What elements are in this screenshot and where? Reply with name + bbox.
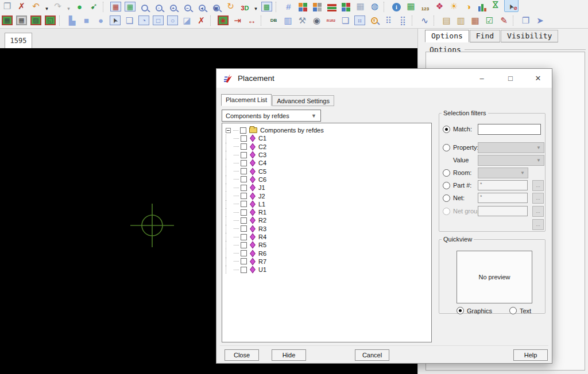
tree-item-c6[interactable]: C6 <box>226 176 431 184</box>
copy-shape-icon[interactable]: ❏ <box>122 14 137 28</box>
tree-item-j1[interactable]: J1 <box>226 184 431 192</box>
zoom-fit-icon[interactable]: ▫ <box>152 0 166 12</box>
tree-item-r2[interactable]: R2 <box>226 216 431 224</box>
web-table-icon[interactable]: ◍ <box>368 0 382 12</box>
color-priority-icon[interactable] <box>310 0 324 12</box>
dialog-titlebar[interactable]: Placement – □ ✕ <box>216 69 552 88</box>
shadow-icon[interactable]: ◑ <box>461 0 475 12</box>
radio-net-group[interactable] <box>443 208 450 215</box>
notes-icon[interactable]: ❏ <box>338 14 353 28</box>
arc-edit-icon[interactable]: ◔ <box>137 14 151 28</box>
delete-vertex-icon[interactable]: ✗ <box>194 14 208 28</box>
tree-item-r6[interactable]: R6 <box>226 249 431 257</box>
spreadsheet-icon[interactable]: ▦ <box>353 0 368 12</box>
tools-icon[interactable]: ⚒ <box>295 14 310 28</box>
dialog-tab-placement-list[interactable]: Placement List <box>221 94 272 106</box>
cancel-button[interactable]: Cancel <box>355 349 389 361</box>
grid-icon[interactable]: # <box>281 0 296 12</box>
shape-hatch-icon[interactable]: ▨ <box>29 14 43 28</box>
board-symbol-icon[interactable]: ▩ <box>260 0 274 12</box>
layer-stack-icon[interactable] <box>324 0 339 12</box>
zoom-in-icon[interactable]: + <box>166 0 180 12</box>
find-probe-icon[interactable]: ᴛ <box>367 14 381 28</box>
tree-item-c4[interactable]: C4 <box>226 159 431 167</box>
brightness-icon[interactable]: ☀ <box>447 0 461 12</box>
checkbox-c1[interactable] <box>241 135 247 142</box>
measure-icon[interactable]: 123 <box>418 0 432 12</box>
spacing-icon[interactable]: ⇥ <box>230 14 245 28</box>
radio-part-number[interactable] <box>443 182 450 189</box>
more-button-net[interactable]: ... <box>532 193 544 204</box>
checkbox-c3[interactable] <box>241 152 247 158</box>
open-book-icon[interactable]: ▥ <box>454 14 468 28</box>
element-query-icon[interactable]: ▦ <box>404 0 418 12</box>
component-tree[interactable]: Components by refdesC1C2C3C4C5C6J1J2L1R1… <box>222 123 432 342</box>
report-icon[interactable]: ▤ <box>439 14 454 28</box>
matrix-icon[interactable]: ⣿ <box>396 14 410 28</box>
room-dropdown[interactable]: ▼ <box>478 167 528 178</box>
design-red-icon[interactable]: ▦ <box>109 0 123 12</box>
maximize-button[interactable]: □ <box>501 69 520 88</box>
tree-item-c3[interactable]: C3 <box>226 151 431 159</box>
more-button-net-group[interactable]: ... <box>532 206 544 217</box>
design-green-icon[interactable]: ▦ <box>123 0 137 12</box>
preview-mode-text[interactable]: Text <box>509 307 531 314</box>
cross-section-icon[interactable] <box>339 0 353 12</box>
waveform-icon[interactable]: ∿ <box>417 14 432 28</box>
shade-shape-icon[interactable]: ◪ <box>180 14 194 28</box>
radio-net[interactable] <box>443 194 450 202</box>
property-dropdown[interactable]: ▼ <box>478 142 544 153</box>
marked-book-icon[interactable]: ▦ <box>468 14 482 28</box>
panel-tab-options[interactable]: Options <box>425 30 469 42</box>
pattern-board-icon[interactable]: ⠶ <box>353 14 367 28</box>
shape-disabled-icon[interactable]: ▦ <box>14 14 29 28</box>
close-window-button[interactable]: ✕ <box>529 69 547 88</box>
redo-icon[interactable]: ↷ <box>51 0 65 12</box>
radio-match[interactable] <box>443 126 450 133</box>
tree-item-j2[interactable]: J2 <box>226 192 431 200</box>
glue-icon[interactable]: ● <box>72 0 87 12</box>
checkbox-r2[interactable] <box>241 217 247 224</box>
markup-pen-icon[interactable]: ✎ <box>497 14 511 28</box>
tree-item-c5[interactable]: C5 <box>226 167 431 175</box>
checkbox-c5[interactable] <box>241 168 247 174</box>
rect-fill-tool-icon[interactable]: ■ <box>79 14 94 28</box>
preview-mode-graphics[interactable]: Graphics <box>457 307 492 314</box>
next-step-icon[interactable]: ➤ <box>533 14 547 28</box>
chart-icon[interactable] <box>475 0 490 12</box>
more-button-extra-more[interactable]: ... <box>532 219 544 230</box>
radio-room[interactable] <box>443 169 450 177</box>
undo-icon[interactable]: ↶ <box>29 0 43 12</box>
value-dropdown[interactable]: ▼ <box>478 155 544 166</box>
select-mode-icon[interactable]: ➤⊘ <box>504 0 519 12</box>
pin-icon[interactable]: ➹ <box>87 0 101 12</box>
checkbox-r6[interactable] <box>241 250 247 256</box>
module-icon[interactable]: ◉ <box>216 14 230 28</box>
checkbox-c4[interactable] <box>241 160 247 166</box>
delete-icon[interactable]: ✗ <box>14 0 29 12</box>
radio-graphics[interactable] <box>457 307 464 314</box>
net-input[interactable]: * <box>478 193 528 203</box>
tree-item-r4[interactable]: R4 <box>226 233 431 241</box>
tree-item-r1[interactable]: R1 <box>226 208 431 216</box>
tree-item-l1[interactable]: L1 <box>226 200 431 208</box>
array-icon[interactable]: ⠿ <box>381 14 396 28</box>
checkbox-r3[interactable] <box>241 225 247 232</box>
checkbox-c2[interactable] <box>241 143 247 150</box>
highlight-icon[interactable]: ❖ <box>432 0 447 12</box>
rename-refdes-icon[interactable]: R1R2 <box>324 14 338 28</box>
checkbox-j1[interactable] <box>241 185 247 191</box>
snapshot-icon[interactable]: ◉ <box>310 14 324 28</box>
zoom-previous-icon[interactable]: ◂ <box>195 0 209 12</box>
part-number-input[interactable]: * <box>478 180 528 190</box>
design-tab-1595[interactable]: 1595 <box>5 33 32 48</box>
shape-check-icon[interactable]: ▦ <box>0 14 14 28</box>
hide-button[interactable]: Hide <box>272 349 306 361</box>
polygon-tool-icon[interactable]: ▙ <box>65 14 79 28</box>
3d-dropdown-icon[interactable]: ▾ <box>252 0 260 12</box>
zoom-window-icon[interactable]: ▣ <box>209 0 223 12</box>
minimize-button[interactable]: – <box>473 69 491 88</box>
db-icon[interactable]: DB <box>266 14 281 28</box>
close-button[interactable]: Close <box>225 349 259 361</box>
checkbox-r4[interactable] <box>241 234 247 240</box>
